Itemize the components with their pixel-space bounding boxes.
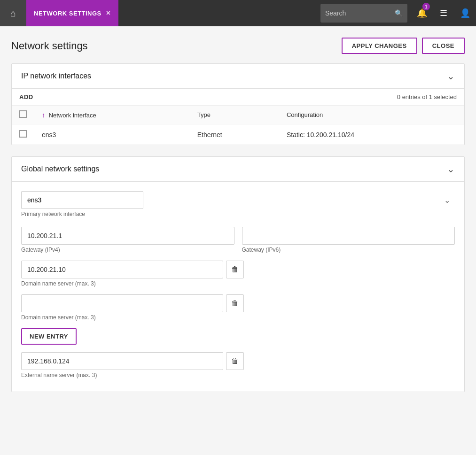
primary-interface-select-wrapper: ens3 ⌄ [21,191,455,209]
topbar: ⌂ NETWORK SETTINGS × 🔍 🔔 1 ☰ 👤 [0,0,476,26]
ip-section-chevron-icon: ⌄ [447,70,455,82]
gateway-ipv6-group: Gateway (IPv6) [242,227,455,253]
gateway-row: Gateway (IPv4) Gateway (IPv6) [21,227,455,253]
gateway-ipv4-group: Gateway (IPv4) [21,227,234,253]
page-title: Network settings [11,40,88,52]
gateway-ipv6-input[interactable] [242,227,455,245]
dns2-group: 🗑 Domain name server (max. 3) [21,294,455,321]
search-input[interactable] [325,9,391,17]
tab-label: NETWORK SETTINGS [34,10,101,17]
active-tab[interactable]: NETWORK SETTINGS × [26,0,118,26]
close-tab-icon[interactable]: × [106,9,111,17]
search-icon: 🔍 [395,9,403,17]
gateway-ipv4-input[interactable] [21,227,234,245]
entries-count: 0 entries of 1 selected [397,93,457,100]
dns2-input[interactable] [21,294,223,312]
dns2-input-row: 🗑 [21,294,455,312]
row-checkbox-cell [12,124,34,145]
user-icon: 👤 [460,8,470,18]
table-toolbar: ADD 0 entries of 1 selected [12,89,464,106]
interfaces-table: ↑ Network interface Type Configuration e… [12,106,464,145]
home-icon: ⌂ [10,8,16,19]
dns1-input-row: 🗑 [21,261,455,278]
page-header: Network settings APPLY CHANGES CLOSE [11,38,465,54]
apply-changes-button[interactable]: APPLY CHANGES [342,38,417,54]
global-section-chevron-icon: ⌄ [447,163,455,175]
col-network-interface: ↑ Network interface [34,106,190,124]
menu-button[interactable]: ☰ [433,0,454,26]
dns2-delete-button[interactable]: 🗑 [226,294,244,312]
ext-dns-input[interactable] [21,352,223,370]
dns1-group: 🗑 Domain name server (max. 3) [21,261,455,287]
menu-icon: ☰ [440,8,447,18]
main-content: Network settings APPLY CHANGES CLOSE IP … [0,26,476,455]
notification-button[interactable]: 🔔 1 [411,0,433,26]
table-row: ens3 Ethernet Static: 10.200.21.10/24 [12,124,464,145]
ext-dns-group: 🗑 External name server (max. 3) [21,352,455,378]
dns2-label: Domain name server (max. 3) [21,314,455,321]
primary-interface-group: ens3 ⌄ Primary network interface [21,191,455,217]
new-entry-button[interactable]: NEW ENTRY [21,328,77,345]
global-form: ens3 ⌄ Primary network interface Gateway… [12,182,464,392]
ip-section-title: IP network interfaces [21,72,91,80]
select-all-checkbox[interactable] [19,110,27,118]
row-interface: ens3 [34,124,190,145]
header-checkbox-cell [12,106,34,124]
dns1-label: Domain name server (max. 3) [21,280,455,287]
row-config: Static: 10.200.21.10/24 [279,124,464,145]
close-button[interactable]: CLOSE [422,38,465,54]
global-section-title: Global network settings [21,165,99,173]
primary-interface-select[interactable]: ens3 [21,191,143,209]
notification-badge: 1 [422,3,430,10]
add-button[interactable]: ADD [19,93,33,100]
home-button[interactable]: ⌂ [0,0,26,26]
dns1-delete-button[interactable]: 🗑 [226,261,244,278]
gateway-ipv4-label: Gateway (IPv4) [21,247,234,253]
row-checkbox[interactable] [19,130,27,138]
col-config: Configuration [279,106,464,124]
trash-icon: 🗑 [231,265,239,274]
ip-section-header[interactable]: IP network interfaces ⌄ [12,64,464,89]
row-type: Ethernet [190,124,279,145]
ext-dns-input-row: 🗑 [21,352,455,370]
trash-icon-2: 🗑 [231,299,239,308]
table-header-row: ↑ Network interface Type Configuration [12,106,464,124]
global-network-section: Global network settings ⌄ ens3 ⌄ Primary… [11,156,465,392]
gateway-ipv6-label: Gateway (IPv6) [242,247,455,253]
user-button[interactable]: 👤 [454,0,476,26]
sort-icon: ↑ [42,111,45,119]
header-buttons: APPLY CHANGES CLOSE [342,38,465,54]
ext-dns-delete-button[interactable]: 🗑 [226,352,244,370]
col-type: Type [190,106,279,124]
dns1-input[interactable] [21,261,223,278]
search-bar: 🔍 [320,4,407,23]
ext-dns-label: External name server (max. 3) [21,372,455,378]
primary-interface-label: Primary network interface [21,211,455,217]
select-arrow-icon: ⌄ [444,196,450,205]
global-section-header[interactable]: Global network settings ⌄ [12,157,464,182]
trash-icon-3: 🗑 [231,357,239,365]
ip-network-section: IP network interfaces ⌄ ADD 0 entries of… [11,63,465,145]
